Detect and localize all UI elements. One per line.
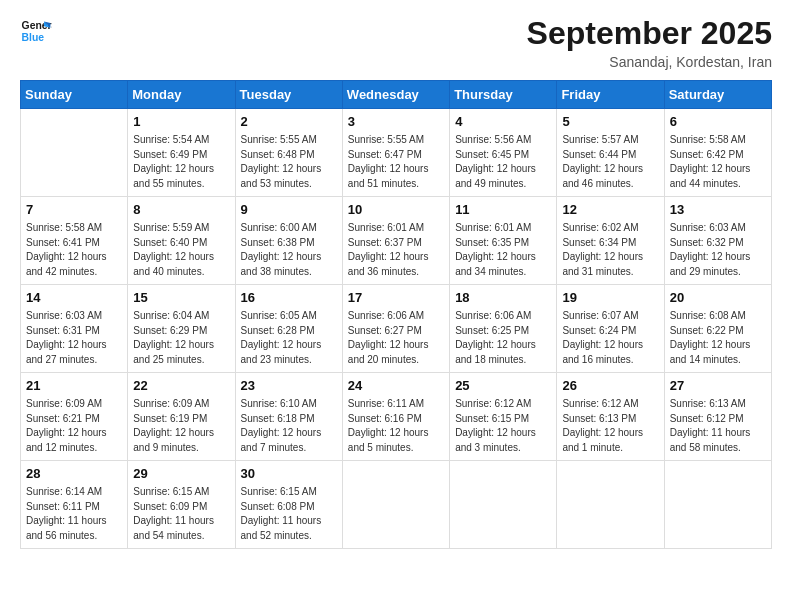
day-number: 27 (670, 377, 766, 395)
day-info: Sunrise: 6:14 AM Sunset: 6:11 PM Dayligh… (26, 485, 122, 543)
calendar-cell: 5Sunrise: 5:57 AM Sunset: 6:44 PM Daylig… (557, 109, 664, 197)
col-monday: Monday (128, 81, 235, 109)
day-info: Sunrise: 6:09 AM Sunset: 6:21 PM Dayligh… (26, 397, 122, 455)
calendar-week-1: 1Sunrise: 5:54 AM Sunset: 6:49 PM Daylig… (21, 109, 772, 197)
day-info: Sunrise: 5:58 AM Sunset: 6:42 PM Dayligh… (670, 133, 766, 191)
day-info: Sunrise: 6:08 AM Sunset: 6:22 PM Dayligh… (670, 309, 766, 367)
day-info: Sunrise: 5:56 AM Sunset: 6:45 PM Dayligh… (455, 133, 551, 191)
title-block: September 2025 Sanandaj, Kordestan, Iran (527, 15, 772, 70)
col-tuesday: Tuesday (235, 81, 342, 109)
calendar-week-2: 7Sunrise: 5:58 AM Sunset: 6:41 PM Daylig… (21, 197, 772, 285)
day-info: Sunrise: 5:55 AM Sunset: 6:47 PM Dayligh… (348, 133, 444, 191)
calendar-cell: 8Sunrise: 5:59 AM Sunset: 6:40 PM Daylig… (128, 197, 235, 285)
day-info: Sunrise: 6:01 AM Sunset: 6:35 PM Dayligh… (455, 221, 551, 279)
day-number: 19 (562, 289, 658, 307)
day-info: Sunrise: 6:06 AM Sunset: 6:27 PM Dayligh… (348, 309, 444, 367)
day-info: Sunrise: 6:03 AM Sunset: 6:31 PM Dayligh… (26, 309, 122, 367)
day-info: Sunrise: 6:13 AM Sunset: 6:12 PM Dayligh… (670, 397, 766, 455)
day-info: Sunrise: 5:57 AM Sunset: 6:44 PM Dayligh… (562, 133, 658, 191)
logo: General Blue (20, 15, 52, 47)
calendar-cell: 13Sunrise: 6:03 AM Sunset: 6:32 PM Dayli… (664, 197, 771, 285)
col-friday: Friday (557, 81, 664, 109)
calendar-cell: 1Sunrise: 5:54 AM Sunset: 6:49 PM Daylig… (128, 109, 235, 197)
day-info: Sunrise: 5:54 AM Sunset: 6:49 PM Dayligh… (133, 133, 229, 191)
day-info: Sunrise: 6:05 AM Sunset: 6:28 PM Dayligh… (241, 309, 337, 367)
day-info: Sunrise: 6:02 AM Sunset: 6:34 PM Dayligh… (562, 221, 658, 279)
col-sunday: Sunday (21, 81, 128, 109)
day-info: Sunrise: 6:07 AM Sunset: 6:24 PM Dayligh… (562, 309, 658, 367)
calendar-cell: 7Sunrise: 5:58 AM Sunset: 6:41 PM Daylig… (21, 197, 128, 285)
calendar-cell: 9Sunrise: 6:00 AM Sunset: 6:38 PM Daylig… (235, 197, 342, 285)
day-info: Sunrise: 6:04 AM Sunset: 6:29 PM Dayligh… (133, 309, 229, 367)
calendar-cell: 2Sunrise: 5:55 AM Sunset: 6:48 PM Daylig… (235, 109, 342, 197)
day-number: 23 (241, 377, 337, 395)
day-info: Sunrise: 6:03 AM Sunset: 6:32 PM Dayligh… (670, 221, 766, 279)
calendar-cell: 24Sunrise: 6:11 AM Sunset: 6:16 PM Dayli… (342, 373, 449, 461)
calendar-cell: 6Sunrise: 5:58 AM Sunset: 6:42 PM Daylig… (664, 109, 771, 197)
logo-icon: General Blue (20, 15, 52, 47)
svg-text:Blue: Blue (22, 32, 45, 43)
day-number: 20 (670, 289, 766, 307)
day-number: 7 (26, 201, 122, 219)
calendar-cell: 19Sunrise: 6:07 AM Sunset: 6:24 PM Dayli… (557, 285, 664, 373)
calendar-cell: 30Sunrise: 6:15 AM Sunset: 6:08 PM Dayli… (235, 461, 342, 549)
calendar-week-5: 28Sunrise: 6:14 AM Sunset: 6:11 PM Dayli… (21, 461, 772, 549)
header: General Blue September 2025 Sanandaj, Ko… (20, 15, 772, 70)
day-info: Sunrise: 6:11 AM Sunset: 6:16 PM Dayligh… (348, 397, 444, 455)
day-info: Sunrise: 5:58 AM Sunset: 6:41 PM Dayligh… (26, 221, 122, 279)
col-wednesday: Wednesday (342, 81, 449, 109)
day-info: Sunrise: 6:00 AM Sunset: 6:38 PM Dayligh… (241, 221, 337, 279)
day-info: Sunrise: 5:59 AM Sunset: 6:40 PM Dayligh… (133, 221, 229, 279)
day-number: 13 (670, 201, 766, 219)
calendar-cell: 27Sunrise: 6:13 AM Sunset: 6:12 PM Dayli… (664, 373, 771, 461)
day-number: 6 (670, 113, 766, 131)
day-number: 16 (241, 289, 337, 307)
calendar-cell: 15Sunrise: 6:04 AM Sunset: 6:29 PM Dayli… (128, 285, 235, 373)
calendar-cell (664, 461, 771, 549)
day-number: 22 (133, 377, 229, 395)
calendar-cell: 21Sunrise: 6:09 AM Sunset: 6:21 PM Dayli… (21, 373, 128, 461)
day-number: 18 (455, 289, 551, 307)
day-number: 4 (455, 113, 551, 131)
calendar-week-4: 21Sunrise: 6:09 AM Sunset: 6:21 PM Dayli… (21, 373, 772, 461)
calendar-cell (342, 461, 449, 549)
day-number: 21 (26, 377, 122, 395)
calendar-cell: 23Sunrise: 6:10 AM Sunset: 6:18 PM Dayli… (235, 373, 342, 461)
day-number: 2 (241, 113, 337, 131)
calendar-cell: 11Sunrise: 6:01 AM Sunset: 6:35 PM Dayli… (450, 197, 557, 285)
calendar-cell: 16Sunrise: 6:05 AM Sunset: 6:28 PM Dayli… (235, 285, 342, 373)
day-info: Sunrise: 6:10 AM Sunset: 6:18 PM Dayligh… (241, 397, 337, 455)
day-number: 5 (562, 113, 658, 131)
day-number: 3 (348, 113, 444, 131)
day-number: 11 (455, 201, 551, 219)
col-saturday: Saturday (664, 81, 771, 109)
calendar-cell: 26Sunrise: 6:12 AM Sunset: 6:13 PM Dayli… (557, 373, 664, 461)
day-number: 17 (348, 289, 444, 307)
day-info: Sunrise: 6:09 AM Sunset: 6:19 PM Dayligh… (133, 397, 229, 455)
day-number: 1 (133, 113, 229, 131)
calendar-cell: 29Sunrise: 6:15 AM Sunset: 6:09 PM Dayli… (128, 461, 235, 549)
day-info: Sunrise: 6:12 AM Sunset: 6:15 PM Dayligh… (455, 397, 551, 455)
day-info: Sunrise: 6:15 AM Sunset: 6:08 PM Dayligh… (241, 485, 337, 543)
calendar-cell: 10Sunrise: 6:01 AM Sunset: 6:37 PM Dayli… (342, 197, 449, 285)
day-number: 12 (562, 201, 658, 219)
calendar-cell: 28Sunrise: 6:14 AM Sunset: 6:11 PM Dayli… (21, 461, 128, 549)
day-info: Sunrise: 6:06 AM Sunset: 6:25 PM Dayligh… (455, 309, 551, 367)
calendar-cell: 3Sunrise: 5:55 AM Sunset: 6:47 PM Daylig… (342, 109, 449, 197)
day-number: 26 (562, 377, 658, 395)
day-info: Sunrise: 6:01 AM Sunset: 6:37 PM Dayligh… (348, 221, 444, 279)
day-number: 15 (133, 289, 229, 307)
day-number: 29 (133, 465, 229, 483)
day-info: Sunrise: 6:12 AM Sunset: 6:13 PM Dayligh… (562, 397, 658, 455)
calendar-cell: 20Sunrise: 6:08 AM Sunset: 6:22 PM Dayli… (664, 285, 771, 373)
subtitle: Sanandaj, Kordestan, Iran (527, 54, 772, 70)
page: General Blue September 2025 Sanandaj, Ko… (0, 0, 792, 612)
day-number: 28 (26, 465, 122, 483)
calendar-cell: 17Sunrise: 6:06 AM Sunset: 6:27 PM Dayli… (342, 285, 449, 373)
day-number: 25 (455, 377, 551, 395)
day-info: Sunrise: 6:15 AM Sunset: 6:09 PM Dayligh… (133, 485, 229, 543)
calendar-cell: 12Sunrise: 6:02 AM Sunset: 6:34 PM Dayli… (557, 197, 664, 285)
calendar-table: Sunday Monday Tuesday Wednesday Thursday… (20, 80, 772, 549)
main-title: September 2025 (527, 15, 772, 52)
day-number: 30 (241, 465, 337, 483)
